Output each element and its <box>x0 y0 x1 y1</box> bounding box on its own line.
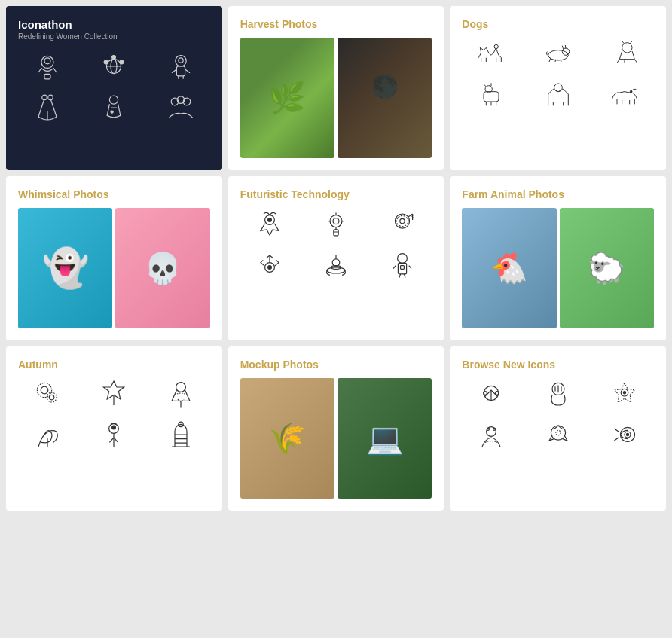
farm-animal-photos-title: Farm Animal Photos <box>462 188 654 200</box>
autumn-icon-3 <box>166 378 196 412</box>
svg-point-87 <box>112 426 116 429</box>
svg-point-62 <box>400 218 405 223</box>
card-iconathon[interactable]: Iconathon Redefining Women Collection <box>6 6 222 170</box>
svg-point-45 <box>554 84 562 92</box>
svg-point-12 <box>178 58 182 63</box>
svg-point-79 <box>38 383 52 397</box>
svg-point-70 <box>332 259 340 267</box>
card-farm-animal-photos[interactable]: Farm Animal Photos <box>450 176 666 340</box>
chemist-icon <box>99 93 129 127</box>
card-harvest-photos[interactable]: Harvest Photos <box>228 6 444 170</box>
farm-photo-1 <box>462 208 556 328</box>
farm-photos-grid <box>462 208 654 328</box>
main-grid: Iconathon Redefining Women Collection <box>6 6 666 511</box>
whimsical-photos-title: Whimsical Photos <box>18 188 210 200</box>
svg-text:$: $ <box>411 215 414 219</box>
card-whimsical-photos[interactable]: Whimsical Photos <box>6 176 222 340</box>
browse-icon-1 <box>476 378 506 412</box>
iconathon-subtitle: Redefining Women Collection <box>18 32 210 41</box>
autumn-title: Autumn <box>18 359 210 371</box>
svg-point-101 <box>493 428 496 430</box>
card-mockup-photos[interactable]: Mockup Photos <box>228 346 444 511</box>
whimsical-photo-2 <box>115 208 209 328</box>
harvest-photo-2 <box>338 38 432 158</box>
mockup-photos-title: Mockup Photos <box>240 359 432 371</box>
svg-point-68 <box>327 267 345 273</box>
svg-line-76 <box>393 266 396 269</box>
browse-icon-2 <box>543 378 573 412</box>
dog-icon-4 <box>476 79 506 113</box>
ft-icon-2 <box>321 208 351 242</box>
ft-icon-5 <box>321 249 351 283</box>
mockup-photo-2 <box>338 378 432 499</box>
ft-icon-6 <box>387 249 417 283</box>
svg-point-80 <box>41 386 48 394</box>
iconathon-icon-grid <box>18 51 210 127</box>
browse-icon-6 <box>609 420 640 453</box>
svg-rect-40 <box>484 92 499 102</box>
ft-icon-1 <box>255 208 285 242</box>
svg-point-81 <box>47 392 57 402</box>
browse-icon-4 <box>476 420 506 453</box>
svg-point-11 <box>175 56 185 66</box>
browse-icon-5 <box>543 420 573 453</box>
svg-line-74 <box>399 274 401 278</box>
svg-point-72 <box>398 254 408 264</box>
browse-icon-3 <box>609 378 640 412</box>
svg-point-106 <box>626 433 628 435</box>
svg-line-39 <box>634 60 637 63</box>
svg-point-8 <box>112 56 116 60</box>
autumn-icon-grid <box>18 378 210 453</box>
card-browse-new-icons[interactable]: Browse New Icons <box>450 346 666 511</box>
svg-point-50 <box>630 90 632 93</box>
card-autumn[interactable]: Autumn <box>6 346 222 511</box>
svg-point-10 <box>105 60 108 64</box>
svg-point-23 <box>111 111 113 113</box>
dog-icon-2 <box>543 38 573 72</box>
dog-icon-5 <box>543 79 573 113</box>
svg-line-36 <box>561 60 561 62</box>
mockup-photo-1 <box>240 378 334 499</box>
svg-point-1 <box>44 58 50 64</box>
svg-line-15 <box>185 69 189 73</box>
autumn-icon-6 <box>166 420 196 453</box>
card-futuristic-technology[interactable]: Futuristic Technology <box>228 176 444 340</box>
hifive-icon <box>32 93 63 127</box>
svg-line-75 <box>405 274 406 278</box>
svg-rect-13 <box>176 66 185 76</box>
harvest-photos-grid <box>240 38 432 158</box>
card-dogs[interactable]: Dogs <box>450 6 666 170</box>
svg-point-67 <box>267 266 271 270</box>
svg-point-52 <box>267 218 271 222</box>
dog-icon-1 <box>476 38 506 72</box>
astronaut2-icon <box>166 51 196 85</box>
harvest-photo-1 <box>240 38 334 158</box>
ft-icon-3: $ <box>387 208 417 242</box>
svg-point-100 <box>487 428 490 430</box>
whimsical-photo-1 <box>18 208 112 328</box>
browse-icon-grid <box>462 378 654 453</box>
astronaut-icon <box>32 51 63 85</box>
svg-line-35 <box>555 60 556 62</box>
browse-new-icons-title: Browse New Icons <box>462 359 654 371</box>
svg-rect-73 <box>399 263 407 273</box>
iconathon-title: Iconathon <box>18 18 210 31</box>
whimsical-photos-grid <box>18 208 210 328</box>
svg-point-37 <box>622 43 632 53</box>
autumn-icon-5 <box>99 420 129 453</box>
farm-photo-2 <box>560 208 654 328</box>
svg-rect-59 <box>334 230 338 236</box>
svg-rect-78 <box>401 266 405 270</box>
network-icon <box>99 51 129 85</box>
dogs-icon-grid <box>462 38 654 113</box>
harvest-photos-title: Harvest Photos <box>240 18 432 30</box>
svg-point-82 <box>50 395 54 399</box>
dog-icon-3 <box>609 38 640 72</box>
svg-point-21 <box>110 96 118 104</box>
ft-icon-4 <box>255 249 285 283</box>
svg-point-53 <box>330 215 342 227</box>
svg-point-98 <box>623 392 625 394</box>
dog-icon-6 <box>609 79 640 113</box>
autumn-icon-4 <box>32 420 63 453</box>
svg-point-103 <box>555 430 560 435</box>
